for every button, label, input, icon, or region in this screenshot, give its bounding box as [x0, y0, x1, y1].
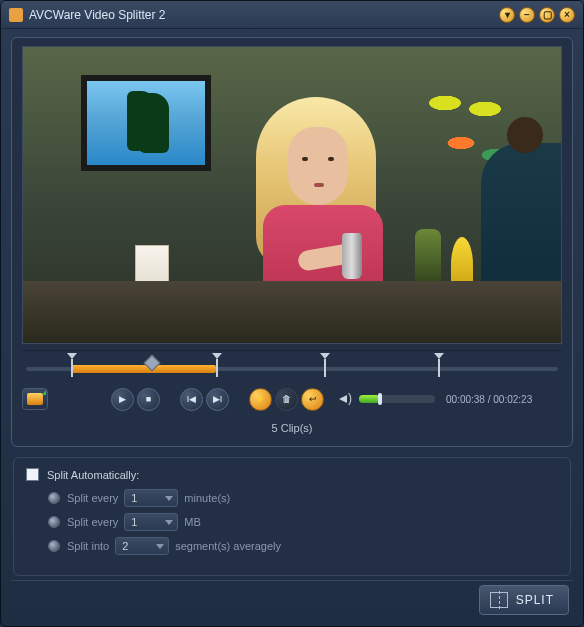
timeline-marker[interactable] [324, 359, 326, 377]
timeline[interactable] [22, 350, 562, 380]
minimize-button[interactable]: − [519, 7, 535, 23]
folder-icon [27, 393, 43, 405]
radio-split-mb[interactable] [48, 516, 60, 528]
split-auto-label: Split Automatically: [47, 469, 139, 481]
video-frame-counter [23, 281, 561, 343]
split-icon [490, 592, 508, 608]
set-end-button[interactable]: ↩ [301, 388, 324, 411]
timeline-marker[interactable] [71, 359, 73, 377]
menu-button[interactable]: ▾ [499, 7, 515, 23]
radio-split-segments-prefix: Split into [67, 540, 109, 552]
combo-minutes[interactable]: 1 [124, 489, 178, 507]
video-frame-painting [81, 75, 211, 171]
timeline-selection[interactable] [71, 365, 217, 373]
split-auto-checkbox[interactable] [26, 468, 39, 481]
timeline-marker[interactable] [216, 359, 218, 377]
app-icon [9, 8, 23, 22]
controls-row: ▶ ■ I◀ ▶I ⚡ 🗑 ↩ 00:00:38 / 00:02:23 [22, 384, 562, 414]
combo-mb[interactable]: 1 [124, 513, 178, 531]
volume-control [339, 393, 435, 405]
radio-split-mb-prefix: Split every [67, 516, 118, 528]
auto-split-panel: Split Automatically: Split every 1 minut… [13, 457, 571, 576]
radio-split-segments[interactable] [48, 540, 60, 552]
main-frame: ▶ ■ I◀ ▶I ⚡ 🗑 ↩ 00:00:38 / 00:02:23 5 Cl… [11, 37, 573, 447]
split-bar: SPLIT [11, 580, 573, 618]
close-button[interactable]: × [559, 7, 575, 23]
play-button[interactable]: ▶ [111, 388, 134, 411]
speaker-icon[interactable] [339, 393, 353, 405]
time-total: 00:02:23 [493, 394, 532, 405]
set-start-button[interactable]: ⚡ [249, 388, 272, 411]
stop-button[interactable]: ■ [137, 388, 160, 411]
radio-split-minutes-prefix: Split every [67, 492, 118, 504]
timeline-marker[interactable] [438, 359, 440, 377]
clip-count: 5 Clip(s) [22, 422, 562, 434]
open-file-button[interactable] [22, 388, 48, 410]
delete-marker-button[interactable]: 🗑 [275, 388, 298, 411]
split-button[interactable]: SPLIT [479, 585, 569, 615]
combo-segments[interactable]: 2 [115, 537, 169, 555]
time-display: 00:00:38 / 00:02:23 [446, 394, 532, 405]
next-frame-button[interactable]: ▶I [206, 388, 229, 411]
time-current: 00:00:38 [446, 394, 485, 405]
radio-split-minutes-suffix: minute(s) [184, 492, 230, 504]
split-button-label: SPLIT [516, 593, 554, 607]
volume-slider[interactable] [359, 395, 435, 403]
radio-split-minutes[interactable] [48, 492, 60, 504]
app-title: AVCWare Video Splitter 2 [29, 8, 495, 22]
video-preview[interactable] [22, 46, 562, 344]
prev-frame-button[interactable]: I◀ [180, 388, 203, 411]
radio-split-segments-suffix: segment(s) averagely [175, 540, 281, 552]
maximize-button[interactable]: ▢ [539, 7, 555, 23]
titlebar: AVCWare Video Splitter 2 ▾ − ▢ × [1, 1, 583, 29]
radio-split-mb-suffix: MB [184, 516, 201, 528]
